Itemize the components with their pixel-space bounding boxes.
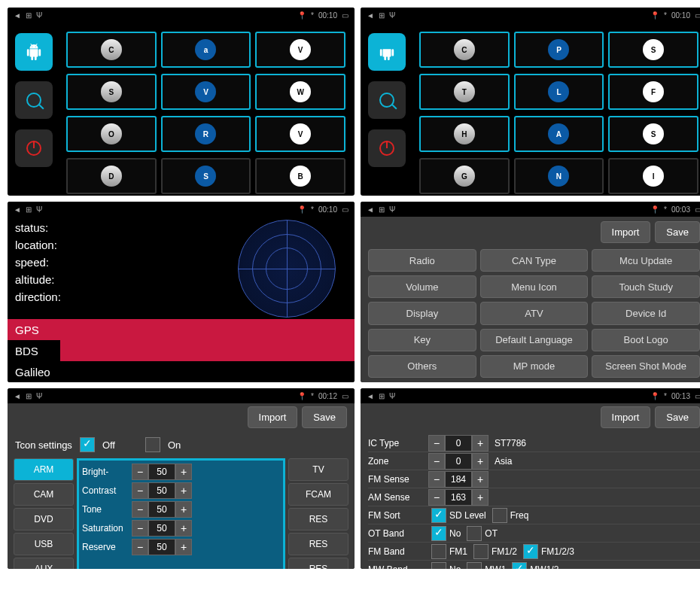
option-checkbox[interactable] [431, 508, 446, 523]
plus-button[interactable]: + [175, 520, 192, 537]
windows-icon[interactable]: ⊞ [26, 205, 32, 214]
setting-button[interactable]: Menu Icon [480, 275, 589, 298]
minus-button[interactable]: − [428, 453, 445, 470]
setting-button[interactable]: Mcu Update [592, 249, 700, 272]
plus-button[interactable]: + [175, 539, 192, 555]
setting-button[interactable]: Screen Shot Mode [592, 355, 700, 378]
source-tab[interactable]: FCAM [288, 483, 348, 506]
app-tile[interactable]: R [161, 116, 251, 152]
app-tile[interactable]: C [66, 32, 157, 68]
app-tile[interactable]: T [419, 74, 510, 110]
source-tab[interactable]: RES [288, 533, 348, 555]
option-checkbox[interactable] [431, 562, 446, 570]
app-tile[interactable]: A [514, 116, 604, 152]
windows-icon[interactable]: ⊞ [379, 392, 385, 400]
import-button[interactable]: Import [248, 406, 298, 428]
search-button[interactable] [368, 81, 406, 119]
plus-button[interactable]: + [175, 464, 192, 480]
back-icon[interactable]: ◄ [14, 205, 21, 214]
option-checkbox[interactable] [492, 508, 507, 523]
back-icon[interactable]: ◄ [367, 205, 374, 214]
app-tile[interactable]: S [161, 158, 251, 194]
minus-button[interactable]: − [132, 539, 148, 555]
option-checkbox[interactable] [431, 526, 446, 541]
save-button[interactable]: Save [655, 406, 700, 428]
setting-button[interactable]: MP mode [480, 355, 589, 378]
windows-icon[interactable]: ⊞ [379, 11, 385, 20]
app-tile[interactable]: S [66, 74, 157, 110]
setting-button[interactable]: Display [368, 302, 476, 324]
option-checkbox[interactable] [523, 544, 538, 559]
source-tab[interactable]: RES [288, 558, 348, 569]
off-checkbox[interactable] [80, 437, 95, 452]
minus-button[interactable]: − [132, 482, 148, 499]
source-tab[interactable]: AUX [14, 558, 74, 569]
setting-button[interactable]: ATV [480, 302, 589, 324]
app-tile[interactable]: L [514, 74, 604, 110]
option-checkbox[interactable] [467, 562, 482, 570]
app-tile[interactable]: O [66, 116, 157, 152]
minus-button[interactable]: − [132, 501, 148, 518]
setting-button[interactable]: Touch Study [592, 275, 700, 298]
app-tile[interactable]: G [419, 158, 510, 194]
setting-button[interactable]: Default Language [480, 329, 589, 351]
import-button[interactable]: Import [601, 406, 651, 428]
app-tile[interactable]: P [514, 32, 604, 68]
minus-button[interactable]: − [132, 520, 148, 537]
app-tile[interactable]: V [161, 74, 251, 110]
app-tile[interactable]: V [255, 116, 345, 152]
app-tile[interactable]: I [608, 158, 698, 194]
option-checkbox[interactable] [467, 526, 482, 541]
minus-button[interactable]: − [428, 471, 445, 488]
plus-button[interactable]: + [472, 471, 488, 488]
source-tab[interactable]: CAM [14, 483, 74, 506]
setting-button[interactable]: Boot Logo [592, 329, 700, 351]
plus-button[interactable]: + [472, 435, 488, 451]
option-checkbox[interactable] [512, 562, 527, 570]
source-tab[interactable]: DVD [14, 508, 74, 531]
app-tile[interactable]: S [608, 32, 698, 68]
setting-button[interactable]: Radio [368, 249, 476, 272]
source-tab[interactable]: RES [288, 508, 348, 531]
setting-button[interactable]: Others [368, 355, 476, 378]
plus-button[interactable]: + [175, 501, 192, 518]
source-tab[interactable]: ARM [14, 458, 74, 481]
setting-button[interactable]: Device Id [592, 302, 700, 324]
app-tile[interactable]: a [161, 32, 251, 68]
app-tile[interactable]: D [66, 158, 157, 194]
plus-button[interactable]: + [472, 489, 488, 506]
minus-button[interactable]: − [428, 435, 445, 451]
source-tab[interactable]: USB [14, 533, 74, 555]
minus-button[interactable]: − [428, 489, 445, 506]
on-checkbox[interactable] [145, 437, 160, 452]
android-button[interactable] [368, 33, 406, 71]
search-button[interactable] [15, 81, 53, 119]
back-icon[interactable]: ◄ [14, 11, 21, 20]
plus-button[interactable]: + [175, 482, 192, 499]
app-tile[interactable]: H [419, 116, 510, 152]
power-button[interactable] [368, 129, 406, 167]
windows-icon[interactable]: ⊞ [379, 205, 385, 214]
windows-icon[interactable]: ⊞ [26, 392, 32, 400]
setting-button[interactable]: Volume [368, 275, 476, 298]
save-button[interactable]: Save [302, 406, 347, 428]
app-tile[interactable]: C [419, 32, 510, 68]
app-tile[interactable]: N [514, 158, 604, 194]
android-button[interactable] [15, 33, 53, 71]
app-tile[interactable]: F [608, 74, 698, 110]
app-tile[interactable]: B [255, 158, 345, 194]
back-icon[interactable]: ◄ [367, 11, 374, 20]
source-tab[interactable]: TV [288, 458, 348, 481]
plus-button[interactable]: + [472, 453, 488, 470]
app-tile[interactable]: V [255, 32, 345, 68]
back-icon[interactable]: ◄ [14, 392, 21, 400]
app-tile[interactable]: S [608, 116, 698, 152]
save-button[interactable]: Save [655, 221, 700, 243]
app-tile[interactable]: W [255, 74, 345, 110]
back-icon[interactable]: ◄ [367, 392, 374, 400]
minus-button[interactable]: − [132, 464, 148, 480]
import-button[interactable]: Import [601, 221, 651, 243]
setting-button[interactable]: Key [368, 329, 476, 351]
setting-button[interactable]: CAN Type [480, 249, 589, 272]
option-checkbox[interactable] [473, 544, 488, 559]
